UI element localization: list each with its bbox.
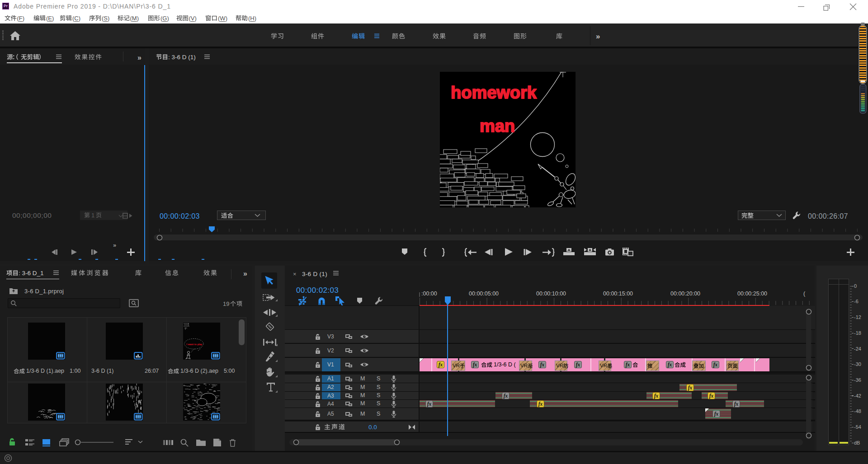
- svg-text:man: man: [480, 117, 515, 136]
- svg-text:homework: homework: [451, 83, 537, 102]
- svg-text:I want to play: I want to play: [187, 343, 203, 346]
